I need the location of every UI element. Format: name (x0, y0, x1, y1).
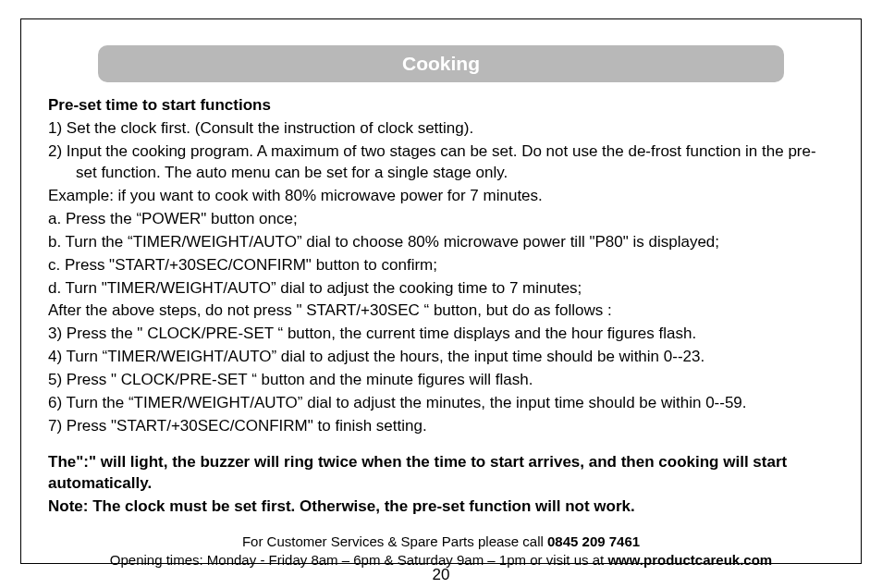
section-heading: Cooking (402, 53, 480, 74)
step-5: 5) Press " CLOCK/PRE-SET “ button and th… (48, 370, 834, 391)
bold-note-2: Note: The clock must be set first. Other… (48, 496, 834, 518)
example-intro: Example: if you want to cook with 80% mi… (48, 186, 834, 207)
step-4: 4) Turn “TIMER/WEIGHT/AUTO” dial to adju… (48, 347, 834, 368)
bold-note-1: The":" will light, the buzzer will ring … (48, 452, 834, 495)
example-a: a. Press the “POWER" button once; (48, 209, 834, 230)
step-6: 6) Turn the “TIMER/WEIGHT/AUTO” dial to … (48, 393, 834, 414)
example-c: c. Press "START/+30SEC/CONFIRM" button t… (48, 255, 834, 276)
after-steps: After the above steps, do not press " ST… (48, 300, 834, 322)
footer-line-1: For Customer Services & Spare Parts plea… (48, 533, 834, 551)
footer-text-1: For Customer Services & Spare Parts plea… (242, 533, 547, 549)
subheading: Pre-set time to start functions (48, 95, 834, 116)
body-content: Pre-set time to start functions 1) Set t… (43, 95, 839, 570)
page-number: 20 (0, 566, 882, 584)
step-3: 3) Press the " CLOCK/PRE-SET “ button, t… (48, 324, 834, 345)
example-b: b. Turn the “TIMER/WEIGHT/AUTO” dial to … (48, 232, 834, 253)
step-1: 1) Set the clock first. (Consult the ins… (48, 118, 834, 140)
step-7: 7) Press "START/+30SEC/CONFIRM" to finis… (48, 416, 834, 437)
section-heading-bar: Cooking (98, 45, 784, 82)
footer-phone: 0845 209 7461 (547, 533, 640, 549)
page-frame: Cooking Pre-set time to start functions … (20, 18, 862, 564)
step-2: 2) Input the cooking program. A maximum … (48, 141, 834, 184)
example-d: d. Turn "TIMER/WEIGHT/AUTO” dial to adju… (48, 278, 834, 300)
footer: For Customer Services & Spare Parts plea… (48, 533, 834, 570)
